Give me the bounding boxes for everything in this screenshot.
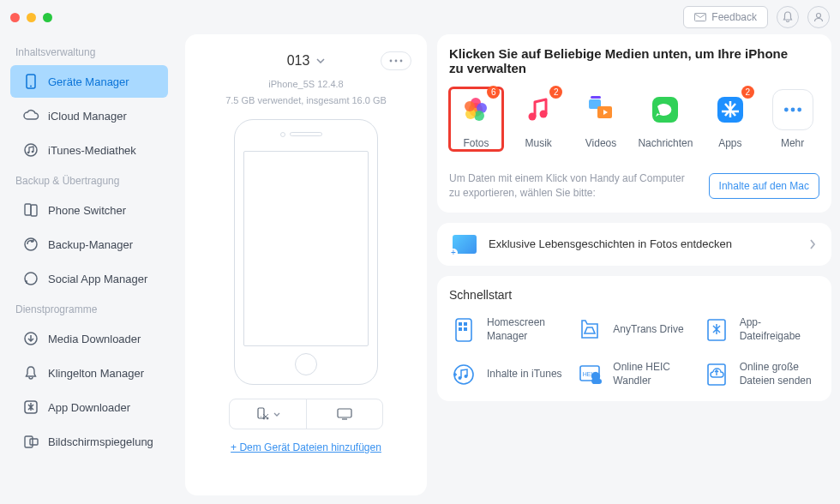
cut-to-device-button[interactable] xyxy=(230,399,307,429)
sidebar-itunes-library-icon xyxy=(22,141,39,159)
sidebar-media-downloader[interactable]: Media Downloader xyxy=(10,322,168,355)
export-button[interactable]: Inhalte auf den Mac xyxy=(709,173,819,199)
sidebar-icloud-manager-icon xyxy=(22,107,39,124)
quick-label: Online große Dateien senden xyxy=(740,361,819,387)
sidebar-app-downloader[interactable]: App Downloader xyxy=(10,391,168,423)
chevron-down-icon[interactable] xyxy=(316,58,325,63)
svg-rect-33 xyxy=(591,96,601,99)
sidebar-item-label: Phone Switcher xyxy=(48,204,126,217)
qs-itunes[interactable]: Inhalte in iTunes xyxy=(449,360,567,389)
sidebar-ringtone-manager[interactable]: Klingelton Manager xyxy=(10,357,168,389)
sidebar-item-label: Geräte Manager xyxy=(48,75,129,88)
user-button[interactable] xyxy=(807,6,830,28)
sidebar-social-app-icon xyxy=(22,270,39,287)
device-more-button[interactable] xyxy=(381,51,411,70)
svg-rect-13 xyxy=(25,436,33,447)
sidebar-backup-manager[interactable]: Backup-Manager xyxy=(10,228,168,261)
svg-rect-14 xyxy=(30,439,38,445)
media-photos[interactable]: 6Fotos xyxy=(448,87,504,152)
media-videos-icon xyxy=(580,89,621,130)
badge: 2 xyxy=(741,86,754,99)
sidebar: InhaltsverwaltungGeräte ManageriCloud Ma… xyxy=(3,34,175,495)
sidebar-item-label: App Downloader xyxy=(48,401,130,414)
window-minimize[interactable] xyxy=(27,13,36,22)
feedback-label: Feedback xyxy=(711,11,757,23)
sidebar-item-label: iCloud Manager xyxy=(48,110,127,123)
sidebar-app-downloader-icon xyxy=(22,399,39,416)
svg-point-46 xyxy=(459,376,462,380)
user-icon xyxy=(813,11,825,23)
sidebar-phone-switcher-icon xyxy=(22,201,39,219)
sidebar-screen-mirror-icon xyxy=(22,433,39,450)
quick-label: Homescreen Manager xyxy=(487,316,567,343)
badge: 2 xyxy=(549,86,562,99)
qs-fileshare-icon xyxy=(702,315,731,345)
caret-down-icon xyxy=(273,412,280,417)
qs-heic-icon: HEIC xyxy=(575,360,604,389)
media-photos-icon: 6 xyxy=(455,89,496,130)
ellipsis-icon xyxy=(389,59,403,63)
svg-rect-7 xyxy=(25,204,31,215)
window-maximize[interactable] xyxy=(43,13,52,22)
qs-drive-icon xyxy=(575,315,604,345)
window-close[interactable] xyxy=(10,13,20,22)
svg-point-17 xyxy=(400,60,403,63)
sidebar-item-label: Bildschirmspiegelung xyxy=(48,435,153,448)
quick-label: AnyTrans Drive xyxy=(613,323,683,337)
media-apps[interactable]: 2Apps xyxy=(703,87,757,151)
svg-point-47 xyxy=(465,375,468,378)
sidebar-item-label: Media Downloader xyxy=(48,333,141,345)
media-more-icon xyxy=(772,89,813,130)
qs-fileshare[interactable]: App-Dateifreigabe xyxy=(702,315,819,345)
media-label: Fotos xyxy=(463,137,489,149)
svg-point-6 xyxy=(32,151,34,153)
svg-point-30 xyxy=(540,111,548,118)
qs-homescreen[interactable]: Homescreen Manager xyxy=(449,315,567,345)
media-label: Apps xyxy=(718,137,741,149)
svg-rect-41 xyxy=(464,322,467,326)
svg-point-28 xyxy=(465,101,475,111)
media-videos[interactable]: Videos xyxy=(574,87,628,151)
qs-bigfiles[interactable]: Online große Dateien senden xyxy=(702,360,819,389)
sidebar-backup-manager-icon xyxy=(22,236,39,253)
notifications-button[interactable] xyxy=(777,6,799,28)
svg-rect-43 xyxy=(464,327,467,331)
add-files-link[interactable]: + Dem Gerät Dateien hinzufügen xyxy=(231,441,381,453)
svg-point-37 xyxy=(790,108,795,112)
sidebar-device-manager[interactable]: Geräte Manager xyxy=(10,65,168,98)
sidebar-social-app[interactable]: Social App Manager xyxy=(10,262,168,295)
bell-icon xyxy=(782,11,794,23)
media-apps-icon: 2 xyxy=(710,89,751,130)
to-computer-button[interactable] xyxy=(307,399,383,429)
media-label: Nachrichten xyxy=(638,137,693,149)
svg-rect-40 xyxy=(459,322,462,326)
qs-heic[interactable]: HEICOnline HEIC Wandler xyxy=(575,360,693,389)
svg-point-26 xyxy=(474,111,484,121)
media-more[interactable]: Mehr xyxy=(765,87,819,151)
svg-point-3 xyxy=(30,86,32,87)
media-messages-icon xyxy=(645,89,686,130)
photo-stories-banner[interactable]: Exklusive Lebensgeschichten in Fotos ent… xyxy=(437,223,831,266)
monitor-icon xyxy=(336,408,353,420)
sidebar-screen-mirror[interactable]: Bildschirmspiegelung xyxy=(10,425,168,458)
chevron-right-icon xyxy=(809,238,816,250)
qs-itunes-icon xyxy=(449,360,478,389)
titlebar: Feedback xyxy=(0,0,840,34)
phone-graphic xyxy=(234,119,378,385)
sidebar-device-manager-icon xyxy=(22,73,39,90)
svg-point-19 xyxy=(261,416,261,417)
media-messages[interactable]: Nachrichten xyxy=(636,87,694,151)
media-panel: Klicken Sie auf Beliebige Medien unten, … xyxy=(437,34,831,213)
svg-point-5 xyxy=(27,152,30,154)
qs-drive[interactable]: AnyTrans Drive xyxy=(575,315,693,345)
feedback-button[interactable]: Feedback xyxy=(683,6,768,28)
sidebar-phone-switcher[interactable]: Phone Switcher xyxy=(10,194,168,226)
media-label: Videos xyxy=(585,137,616,149)
quick-label: App-Dateifreigabe xyxy=(740,316,819,343)
media-label: Mehr xyxy=(781,137,804,149)
svg-rect-8 xyxy=(31,205,37,216)
sidebar-itunes-library[interactable]: iTunes-Mediathek xyxy=(10,134,168,166)
sidebar-icloud-manager[interactable]: iCloud Manager xyxy=(10,99,168,132)
phone-actions xyxy=(229,399,383,429)
media-music[interactable]: 2Musik xyxy=(512,87,566,151)
